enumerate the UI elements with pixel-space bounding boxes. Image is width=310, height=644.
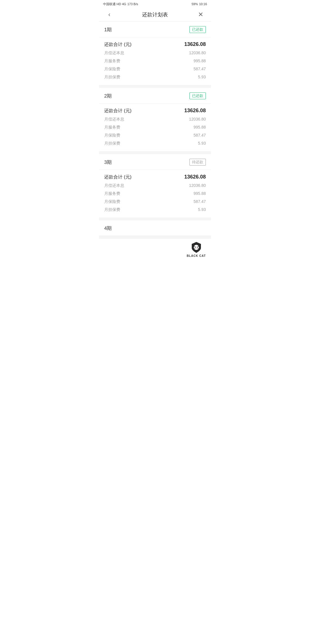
total-value-2: 13626.08 (184, 108, 206, 114)
total-label-2: 还款合计 (元) (104, 108, 131, 114)
period-header-3: 3期待还款 (99, 154, 211, 170)
detail-label-1-1: 月偿还本息 (104, 51, 124, 56)
detail-label-1-2: 月服务费 (104, 59, 120, 64)
period-block-1: 1期已还款还款合计 (元)13626.08月偿还本息12036.80月服务费99… (99, 22, 211, 85)
period-block-4: 4期 (99, 220, 211, 236)
detail-value-2-1: 12036.80 (189, 117, 206, 121)
period-num-3: 3期 (104, 159, 112, 166)
nav-bar: ‹ 还款计划表 ✕ (99, 8, 211, 22)
time-text: 10:16 (199, 2, 207, 6)
detail-label-2-2: 月服务费 (104, 125, 120, 130)
status-badge-2: 已还款 (189, 92, 206, 99)
detail-row-1-4: 月担保费5.93 (104, 75, 206, 80)
svg-point-0 (194, 245, 199, 250)
detail-row-3-1: 月偿还本息12036.80 (104, 183, 206, 188)
detail-label-2-3: 月保险费 (104, 133, 120, 138)
period-details-2: 还款合计 (元)13626.08月偿还本息12036.80月服务费995.88月… (99, 104, 211, 151)
detail-label-2-1: 月偿还本息 (104, 117, 124, 122)
black-cat-logo: BLACK CAT (187, 241, 206, 257)
back-button[interactable]: ‹ (104, 11, 115, 18)
battery-text: 59% (191, 2, 198, 6)
period-details-1: 还款合计 (元)13626.08月偿还本息12036.80月服务费995.88月… (99, 37, 211, 85)
total-row-1: 还款合计 (元)13626.08 (104, 41, 206, 48)
black-cat-icon (190, 241, 203, 254)
page-title: 还款计划表 (142, 11, 168, 18)
detail-value-3-3: 587.47 (193, 199, 206, 204)
detail-value-2-3: 587.47 (193, 133, 206, 137)
status-bar: 中国联通 HD 4G 173 B/s 59% 10:16 (99, 0, 211, 8)
status-left: 中国联通 HD 4G 173 B/s (103, 2, 138, 6)
period-block-2: 2期已还款还款合计 (元)13626.08月偿还本息12036.80月服务费99… (99, 88, 211, 151)
total-label-1: 还款合计 (元) (104, 42, 131, 48)
black-cat-text: BLACK CAT (187, 254, 206, 257)
detail-value-3-2: 995.88 (193, 191, 206, 196)
detail-value-3-4: 5.93 (198, 207, 206, 212)
detail-row-1-3: 月保险费587.47 (104, 67, 206, 72)
detail-value-1-2: 995.88 (193, 59, 206, 63)
total-label-3: 还款合计 (元) (104, 174, 131, 180)
period-header-4: 4期 (99, 220, 211, 236)
detail-row-1-2: 月服务费995.88 (104, 59, 206, 64)
detail-value-3-1: 12036.80 (189, 183, 206, 188)
period-header-1: 1期已还款 (99, 22, 211, 37)
speed-text: 173 B/s (127, 2, 138, 6)
detail-row-3-3: 月保险费587.47 (104, 199, 206, 204)
carrier-text: 中国联通 HD 4G (103, 2, 126, 6)
detail-label-3-2: 月服务费 (104, 191, 120, 196)
detail-label-3-1: 月偿还本息 (104, 183, 124, 188)
close-button[interactable]: ✕ (195, 11, 206, 18)
detail-value-1-4: 5.93 (198, 75, 206, 79)
detail-row-2-4: 月担保费5.93 (104, 141, 206, 146)
detail-row-2-1: 月偿还本息12036.80 (104, 117, 206, 122)
detail-value-2-2: 995.88 (193, 125, 206, 129)
total-value-1: 13626.08 (184, 41, 206, 47)
detail-label-1-4: 月担保费 (104, 75, 120, 80)
detail-row-2-2: 月服务费995.88 (104, 125, 206, 130)
content-area: 1期已还款还款合计 (元)13626.08月偿还本息12036.80月服务费99… (99, 22, 211, 261)
total-value-3: 13626.08 (184, 174, 206, 180)
svg-point-3 (195, 247, 196, 248)
total-row-3: 还款合计 (元)13626.08 (104, 174, 206, 180)
status-badge-3: 待还款 (189, 159, 206, 166)
period-num-4: 4期 (104, 225, 112, 232)
period-num-2: 2期 (104, 93, 112, 99)
detail-value-2-4: 5.93 (198, 141, 206, 146)
status-right: 59% 10:16 (191, 2, 207, 6)
period-block-3: 3期待还款还款合计 (元)13626.08月偿还本息12036.80月服务费99… (99, 154, 211, 218)
status-badge-1: 已还款 (189, 26, 206, 33)
detail-row-1-1: 月偿还本息12036.80 (104, 51, 206, 56)
detail-row-2-3: 月保险费587.47 (104, 133, 206, 138)
detail-value-1-1: 12036.80 (189, 51, 206, 55)
detail-label-1-3: 月保险费 (104, 67, 120, 72)
detail-label-3-3: 月保险费 (104, 199, 120, 204)
detail-row-3-2: 月服务费995.88 (104, 191, 206, 196)
period-num-1: 1期 (104, 26, 112, 33)
detail-value-1-3: 587.47 (193, 67, 206, 71)
footer-watermark: BLACK CAT (99, 239, 211, 261)
period-details-3: 还款合计 (元)13626.08月偿还本息12036.80月服务费995.88月… (99, 170, 211, 218)
total-row-2: 还款合计 (元)13626.08 (104, 108, 206, 114)
detail-label-2-4: 月担保费 (104, 141, 120, 146)
detail-row-3-4: 月担保费5.93 (104, 207, 206, 212)
svg-point-4 (197, 247, 198, 248)
detail-label-3-4: 月担保费 (104, 207, 120, 212)
period-header-2: 2期已还款 (99, 88, 211, 104)
